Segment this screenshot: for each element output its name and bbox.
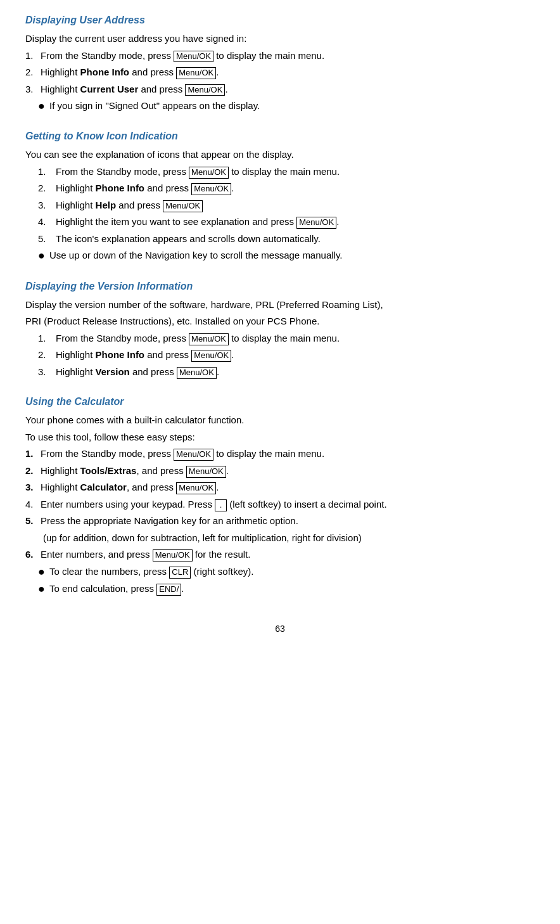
bullet-content: To clear the numbers, press CLR (right s… <box>49 565 535 579</box>
step-num: 2. <box>25 65 41 80</box>
kbd-menu-ok: Menu/OK <box>191 350 231 362</box>
kbd-menu-ok: Menu/OK <box>174 449 213 461</box>
section-intro-2: To use this tool, follow these easy step… <box>25 430 535 445</box>
kbd-menu-ok: Menu/OK <box>153 549 193 561</box>
step-content: Enter numbers, and press Menu/OK for the… <box>41 548 535 562</box>
section-calculator: Using the Calculator Your phone comes wi… <box>25 394 535 596</box>
step-content: Highlight Phone Info and press Menu/OK. <box>56 348 535 363</box>
step-num: 5. <box>25 514 41 529</box>
step-2: 2. Highlight Phone Info and press Menu/O… <box>25 65 535 80</box>
step-2: 2. Highlight Phone Info and press Menu/O… <box>38 348 535 363</box>
step-5-indent: (up for addition, down for subtraction, … <box>43 531 535 546</box>
step-1: 1. From the Standby mode, press Menu/OK … <box>25 49 535 63</box>
kbd-menu-ok: Menu/OK <box>177 367 217 379</box>
section-title-calculator: Using the Calculator <box>25 394 535 409</box>
bold-text: Help <box>96 200 117 210</box>
step-4: 4. Highlight the item you want to see ex… <box>38 215 535 229</box>
step-3: 3. Highlight Calculator, and press Menu/… <box>25 480 535 495</box>
step-content: Highlight the item you want to see expla… <box>56 215 535 229</box>
bold-text: Current User <box>80 84 139 94</box>
bullet-dot: ● <box>38 99 49 113</box>
page-number: 63 <box>25 622 535 636</box>
step-content: Highlight Phone Info and press Menu/OK. <box>41 65 535 80</box>
step-num: 6. <box>25 548 41 562</box>
bullet-item: ● Use up or down of the Navigation key t… <box>38 248 535 263</box>
section-title-version-information: Displaying the Version Information <box>25 279 535 294</box>
bullet-item-clr: ● To clear the numbers, press CLR (right… <box>38 565 535 579</box>
section-intro-2: PRI (Product Release Instructions), etc.… <box>25 314 535 329</box>
bullet-item: ● If you sign in "Signed Out" appears on… <box>38 99 535 113</box>
section-intro-1: Your phone comes with a built-in calcula… <box>25 413 535 428</box>
step-num: 3. <box>25 82 41 97</box>
step-content: From the Standby mode, press Menu/OK to … <box>41 447 535 461</box>
section-intro: You can see the explanation of icons tha… <box>25 148 535 162</box>
step-num: 1. <box>38 331 56 346</box>
section-title-icon-indication: Getting to Know Icon Indication <box>25 129 535 144</box>
step-num: 3. <box>25 480 41 495</box>
bold-text: Calculator <box>80 482 127 492</box>
bullet-dot: ● <box>38 565 49 579</box>
step-num: 3. <box>38 365 56 380</box>
bold-text: Phone Info <box>96 183 145 193</box>
step-num: 1. <box>38 165 56 179</box>
step-num: 2. <box>38 181 56 196</box>
step-num: 2. <box>25 464 41 478</box>
bold-text: Phone Info <box>80 67 130 77</box>
kbd-clr: CLR <box>169 567 191 579</box>
step-content: Highlight Version and press Menu/OK. <box>56 365 535 380</box>
step-content: Highlight Current User and press Menu/OK… <box>41 82 535 97</box>
kbd-menu-ok: Menu/OK <box>174 51 213 63</box>
step-1: 1. From the Standby mode, press Menu/OK … <box>38 331 535 346</box>
step-content: Highlight Tools/Extras, and press Menu/O… <box>41 464 535 478</box>
step-5: 5. Press the appropriate Navigation key … <box>25 514 535 529</box>
bold-text: Phone Info <box>96 349 145 360</box>
step-4: 4. Enter numbers using your keypad. Pres… <box>25 497 535 512</box>
step-content: From the Standby mode, press Menu/OK to … <box>41 49 535 63</box>
step-2: 2. Highlight Tools/Extras, and press Men… <box>25 464 535 478</box>
bullet-item-end: ● To end calculation, press END/. <box>38 582 535 596</box>
step-num: 5. <box>38 232 56 247</box>
bullet-content: Use up or down of the Navigation key to … <box>49 248 535 263</box>
step-6: 6. Enter numbers, and press Menu/OK for … <box>25 548 535 562</box>
step-content: Highlight Help and press Menu/OK <box>56 198 535 213</box>
step-3: 3. Highlight Version and press Menu/OK. <box>38 365 535 380</box>
step-num: 1. <box>25 447 41 461</box>
kbd-menu-ok: Menu/OK <box>296 217 336 229</box>
step-content: Highlight Phone Info and press Menu/OK. <box>56 181 535 196</box>
page-content: Displaying User Address Display the curr… <box>25 13 535 597</box>
kbd-menu-ok: Menu/OK <box>163 200 203 212</box>
section-intro-1: Display the version number of the softwa… <box>25 298 535 312</box>
step-content: The icon's explanation appears and scrol… <box>56 232 535 247</box>
step-content: Enter numbers using your keypad. Press .… <box>41 497 535 512</box>
bold-text: Version <box>96 366 130 377</box>
bullet-dot: ● <box>38 582 49 596</box>
step-content: Highlight Calculator, and press Menu/OK. <box>41 480 535 495</box>
kbd-menu-ok: Menu/OK <box>186 466 226 478</box>
step-1: 1. From the Standby mode, press Menu/OK … <box>38 165 535 179</box>
section-version-information: Displaying the Version Information Displ… <box>25 279 535 380</box>
section-intro: Display the current user address you hav… <box>25 32 535 46</box>
kbd-menu-ok: Menu/OK <box>176 67 216 79</box>
kbd-end: END/ <box>156 584 181 596</box>
step-content: Press the appropriate Navigation key for… <box>41 514 535 529</box>
step-3: 3. Highlight Help and press Menu/OK <box>38 198 535 213</box>
section-title-displaying-user-address: Displaying User Address <box>25 13 535 28</box>
section-displaying-user-address: Displaying User Address Display the curr… <box>25 13 535 113</box>
step-2: 2. Highlight Phone Info and press Menu/O… <box>38 181 535 196</box>
step-num: 3. <box>38 198 56 213</box>
step-content: From the Standby mode, press Menu/OK to … <box>56 165 535 179</box>
bullet-dot: ● <box>38 248 49 263</box>
step-5: 5. The icon's explanation appears and sc… <box>38 232 535 247</box>
bullet-content: To end calculation, press END/. <box>49 582 535 596</box>
kbd-menu-ok: Menu/OK <box>176 482 216 494</box>
kbd-menu-ok: Menu/OK <box>189 333 229 345</box>
section-icon-indication: Getting to Know Icon Indication You can … <box>25 129 535 263</box>
step-3: 3. Highlight Current User and press Menu… <box>25 82 535 97</box>
step-num: 4. <box>38 215 56 229</box>
kbd-menu-ok: Menu/OK <box>185 84 225 96</box>
bold-text: Tools/Extras <box>80 465 137 476</box>
step-num: 2. <box>38 348 56 363</box>
kbd-menu-ok: Menu/OK <box>191 183 231 195</box>
kbd-dot: . <box>215 499 227 511</box>
step-num: 4. <box>25 497 41 512</box>
